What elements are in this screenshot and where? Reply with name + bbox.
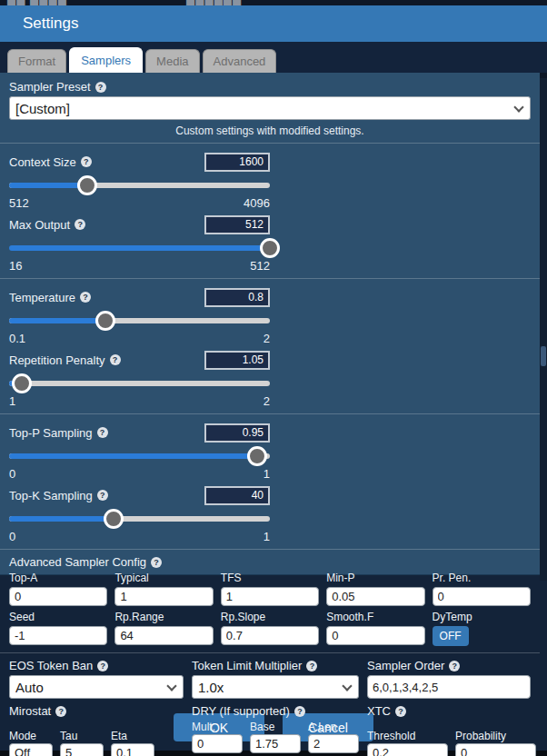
dry-alen-label: A.Len [308, 721, 359, 734]
help-icon[interactable]: ? [80, 292, 91, 303]
help-icon[interactable]: ? [97, 661, 108, 671]
scrollbar-thumb[interactable] [541, 346, 546, 366]
help-icon[interactable]: ? [97, 427, 108, 438]
tab-samplers[interactable]: Samplers [69, 47, 143, 73]
help-icon[interactable]: ? [151, 557, 162, 568]
slider-thumb[interactable] [95, 311, 115, 331]
xtc-probability-input[interactable] [455, 743, 536, 756]
tab-advanced[interactable]: Advanced [203, 49, 277, 73]
slider-min: 16 [9, 259, 22, 274]
typical-input[interactable] [114, 587, 213, 606]
sampler-preset-label: Sampler Preset [9, 80, 91, 94]
slider-max: 1 [264, 530, 270, 545]
pr-pen-input[interactable] [433, 587, 531, 606]
sampler-order-input[interactable] [367, 675, 531, 699]
xtc-label: XTC [367, 704, 391, 718]
xtc-group: XTC ? Threshold Probability [367, 704, 536, 756]
max-output-value[interactable] [204, 215, 270, 234]
min-p-input[interactable] [326, 587, 424, 606]
eos-token-ban-select[interactable]: Auto [9, 675, 184, 699]
help-icon[interactable]: ? [81, 156, 92, 167]
dry-mult-input[interactable] [192, 734, 243, 753]
slider-max: 2 [264, 332, 270, 347]
slider-max: 1 [264, 467, 270, 482]
mirostat-mode-input[interactable] [9, 743, 53, 756]
slider-min: 1 [9, 394, 15, 410]
context-size-value[interactable] [204, 153, 270, 172]
xtc-threshold-input[interactable] [367, 743, 448, 756]
min-p-label: Min-P [326, 572, 424, 585]
temperature-slider[interactable] [9, 310, 270, 332]
help-icon[interactable]: ? [306, 661, 317, 671]
max-output-slider[interactable] [9, 237, 270, 259]
help-icon[interactable]: ? [55, 706, 66, 717]
slider-track[interactable] [9, 453, 270, 459]
smooth-f-input[interactable] [326, 626, 424, 645]
tab-bar: Format Samplers Media Advanced [0, 42, 547, 73]
top-k-slider[interactable] [9, 508, 270, 530]
slider-thumb[interactable] [77, 175, 97, 195]
tab-format[interactable]: Format [7, 49, 66, 73]
divider [0, 143, 540, 144]
slider-max: 4096 [244, 196, 270, 212]
help-icon[interactable]: ? [97, 490, 108, 501]
token-limit-multiplier-select[interactable]: 1.0x [192, 675, 359, 699]
top-a-label: Top-A [9, 572, 107, 585]
slider-thumb[interactable] [260, 238, 280, 258]
dry-base-label: Base [250, 721, 301, 734]
preset-caption: Custom settings with modified settings. [9, 124, 531, 137]
top-p-label: Top-P Sampling [9, 426, 93, 440]
rp-range-input[interactable] [114, 626, 213, 645]
dry-alen-input[interactable] [308, 734, 359, 753]
help-icon[interactable]: ? [110, 354, 121, 365]
tab-media[interactable]: Media [145, 49, 199, 73]
help-icon[interactable]: ? [95, 82, 106, 93]
xtc-threshold-label: Threshold [367, 730, 448, 743]
repetition-penalty-slider[interactable] [9, 373, 270, 394]
help-icon[interactable]: ? [395, 706, 406, 717]
settings-dialog: Settings Format Samplers Media Advanced … [0, 5, 547, 756]
top-k-value[interactable] [204, 486, 270, 505]
dry-base-input[interactable] [250, 734, 301, 753]
mirostat-eta-input[interactable] [111, 743, 154, 756]
repetition-penalty-label: Repetition Penalty [9, 353, 105, 367]
mirostat-tau-label: Tau [60, 730, 104, 743]
dytemp-toggle-button[interactable]: OFF [433, 626, 469, 646]
divider [0, 652, 540, 653]
scrollbar-track[interactable] [540, 78, 547, 581]
tfs-input[interactable] [221, 587, 319, 606]
rp-slope-input[interactable] [221, 626, 319, 645]
temperature-value[interactable] [204, 288, 270, 307]
sampler-preset-select[interactable]: [Custom] [9, 96, 531, 120]
slider-thumb[interactable] [104, 509, 124, 529]
top-p-value[interactable] [204, 423, 270, 443]
dry-group: DRY (If supported) ? Mult. Base A.Len [192, 704, 359, 756]
slider-group-context-size: Context Size ? 512 4096 [9, 149, 270, 212]
help-icon[interactable]: ? [294, 706, 305, 717]
slider-track[interactable] [9, 381, 270, 386]
slider-track[interactable] [9, 318, 270, 323]
mirostat-tau-input[interactable] [60, 743, 104, 756]
repetition-penalty-value[interactable] [204, 351, 270, 370]
dialog-title: Settings [23, 15, 78, 33]
help-icon[interactable]: ? [449, 661, 460, 671]
top-a-input[interactable] [9, 587, 107, 606]
temperature-label: Temperature [9, 291, 75, 304]
slider-thumb[interactable] [12, 373, 32, 393]
slider-track[interactable] [9, 183, 270, 188]
top-p-slider[interactable] [9, 445, 270, 467]
slider-thumb[interactable] [247, 446, 267, 466]
top-k-label: Top-K Sampling [9, 489, 93, 502]
slider-min: 0 [9, 467, 15, 482]
seed-label: Seed [9, 611, 107, 624]
slider-track[interactable] [9, 516, 270, 522]
pr-pen-label: Pr. Pen. [433, 572, 531, 585]
context-size-slider[interactable] [9, 174, 270, 196]
slider-track[interactable] [9, 245, 270, 251]
slider-max: 512 [250, 259, 270, 274]
help-icon[interactable]: ? [75, 219, 85, 230]
rp-range-label: Rp.Range [114, 611, 213, 624]
slider-group-repetition-penalty: Repetition Penalty ? 1 2 [9, 347, 270, 410]
seed-input[interactable] [9, 626, 107, 645]
advanced-sampler-config-label: Advanced Sampler Config [9, 555, 146, 569]
